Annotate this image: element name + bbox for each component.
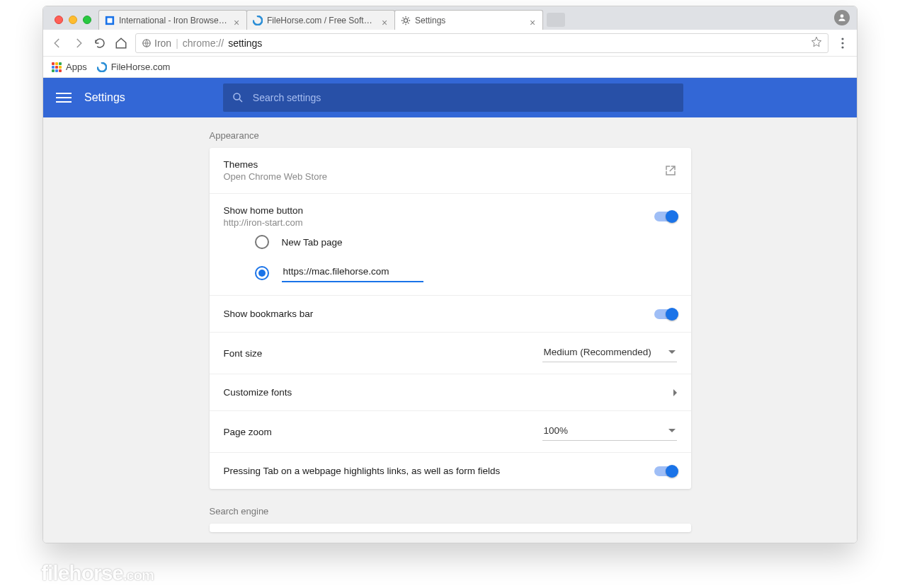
kebab-icon	[841, 38, 844, 49]
section-label-search-engine: Search engine	[210, 506, 691, 517]
search-icon	[232, 91, 244, 104]
bookmarks-bar: Apps FileHorse.com	[43, 57, 857, 78]
apps-grid-icon	[52, 62, 62, 72]
forward-button[interactable]	[72, 36, 86, 50]
page-zoom-value: 100%	[544, 425, 569, 436]
radio-custom-url[interactable]: https://mac.filehorse.com	[255, 256, 677, 289]
customize-fonts-row[interactable]: Customize fonts	[210, 374, 691, 410]
minimize-window-button[interactable]	[69, 16, 77, 24]
radio-new-tab[interactable]: New Tab page	[255, 228, 677, 256]
svg-point-3	[841, 14, 844, 18]
tab-title: FileHorse.com / Free Software	[267, 16, 377, 25]
custom-url-input[interactable]: https://mac.filehorse.com	[282, 263, 423, 282]
page-zoom-dropdown[interactable]: 100%	[542, 422, 677, 441]
site-label: Iron	[154, 38, 171, 49]
font-size-row[interactable]: Font size Medium (Recommended)	[210, 332, 691, 374]
search-engine-card	[210, 524, 691, 532]
home-button-subtitle: http://iron-start.com	[224, 217, 654, 228]
chevron-right-icon	[673, 389, 677, 396]
font-size-title: Font size	[224, 348, 542, 359]
reload-button[interactable]	[93, 36, 107, 50]
tab-strip: International - Iron Browser - s × FileH…	[43, 6, 857, 30]
tab-title: International - Iron Browser - s	[119, 16, 229, 25]
close-tab-icon[interactable]: ×	[382, 17, 389, 24]
font-size-dropdown[interactable]: Medium (Recommended)	[542, 344, 677, 362]
site-info-button[interactable]: Iron	[142, 38, 171, 49]
globe-icon	[142, 38, 152, 48]
tab-title: Settings	[415, 16, 525, 25]
apps-shortcut[interactable]: Apps	[52, 62, 87, 72]
themes-row[interactable]: Themes Open Chrome Web Store	[210, 148, 691, 193]
page-content: Settings Appearance Themes Open Chrome W…	[43, 78, 857, 543]
page-zoom-title: Page zoom	[224, 427, 542, 437]
home-icon	[115, 37, 127, 50]
gear-icon	[401, 16, 411, 25]
person-icon	[837, 13, 847, 23]
chevron-down-icon	[668, 350, 676, 354]
appearance-card: Themes Open Chrome Web Store Show home b…	[210, 148, 691, 489]
filehorse-watermark: filehorse.com	[41, 561, 154, 585]
home-button-title: Show home button	[224, 205, 654, 216]
radio-icon	[255, 235, 269, 249]
bookmarks-bar-toggle[interactable]	[654, 309, 677, 319]
svg-point-2	[404, 18, 407, 22]
radio-new-tab-label: New Tab page	[282, 237, 343, 248]
settings-header: Settings	[43, 78, 857, 117]
tab-highlights-row: Pressing Tab on a webpage highlights lin…	[210, 452, 691, 489]
filehorse-favicon-icon	[97, 62, 107, 72]
arrow-left-icon	[51, 37, 64, 50]
tab-iron-browser[interactable]: International - Iron Browser - s ×	[98, 10, 247, 30]
search-settings-box[interactable]	[223, 83, 683, 112]
new-tab-button[interactable]	[547, 13, 565, 27]
home-button-radio-group: New Tab page https://mac.filehorse.com	[224, 228, 677, 289]
maximize-window-button[interactable]	[83, 16, 91, 24]
address-bar[interactable]: Iron | chrome://settings	[135, 33, 828, 53]
iron-favicon-icon	[105, 16, 115, 25]
close-tab-icon[interactable]: ×	[530, 17, 537, 24]
url-path: settings	[228, 38, 262, 49]
page-title: Settings	[84, 91, 125, 104]
watermark-brand: filehorse	[41, 561, 123, 584]
home-button-row: Show home button http://iron-start.com N…	[210, 193, 691, 295]
page-zoom-row[interactable]: Page zoom 100%	[210, 410, 691, 452]
profile-button[interactable]	[834, 10, 850, 25]
section-label-appearance: Appearance	[210, 130, 691, 141]
close-tab-icon[interactable]: ×	[234, 17, 241, 24]
back-button[interactable]	[50, 36, 64, 50]
chevron-down-icon	[668, 429, 676, 432]
reload-icon	[93, 37, 106, 50]
menu-toggle-button[interactable]	[56, 90, 72, 105]
close-window-button[interactable]	[55, 16, 63, 24]
watermark-tld: .com	[123, 567, 154, 583]
arrow-right-icon	[72, 37, 85, 50]
font-size-value: Medium (Recommended)	[544, 347, 651, 357]
settings-body[interactable]: Appearance Themes Open Chrome Web Store	[43, 117, 857, 543]
search-settings-input[interactable]	[253, 92, 675, 103]
bookmark-star-button[interactable]	[811, 36, 822, 50]
tab-filehorse[interactable]: FileHorse.com / Free Software ×	[246, 10, 395, 30]
bookmark-filehorse[interactable]: FileHorse.com	[97, 62, 171, 72]
url-scheme: chrome://	[183, 38, 224, 49]
customize-fonts-title: Customize fonts	[224, 387, 673, 398]
themes-title: Themes	[224, 159, 664, 170]
filehorse-favicon-icon	[253, 16, 263, 25]
star-icon	[811, 36, 822, 47]
svg-point-6	[841, 42, 843, 44]
apps-label: Apps	[66, 62, 87, 72]
svg-rect-1	[108, 18, 113, 23]
home-button-toggle[interactable]	[654, 212, 677, 221]
window-controls	[50, 16, 98, 30]
tab-highlights-toggle[interactable]	[654, 466, 677, 476]
radio-icon	[255, 266, 269, 280]
svg-point-8	[234, 93, 240, 100]
browser-toolbar: Iron | chrome://settings	[43, 30, 857, 57]
svg-point-7	[841, 46, 843, 48]
bookmarks-bar-title: Show bookmarks bar	[224, 309, 654, 319]
home-button[interactable]	[114, 36, 128, 50]
browser-menu-button[interactable]	[836, 38, 850, 49]
tab-highlights-title: Pressing Tab on a webpage highlights lin…	[224, 466, 654, 476]
bookmark-label: FileHorse.com	[111, 62, 171, 72]
open-external-icon	[664, 164, 677, 177]
themes-subtitle: Open Chrome Web Store	[224, 171, 664, 182]
tab-settings[interactable]: Settings ×	[394, 10, 543, 30]
